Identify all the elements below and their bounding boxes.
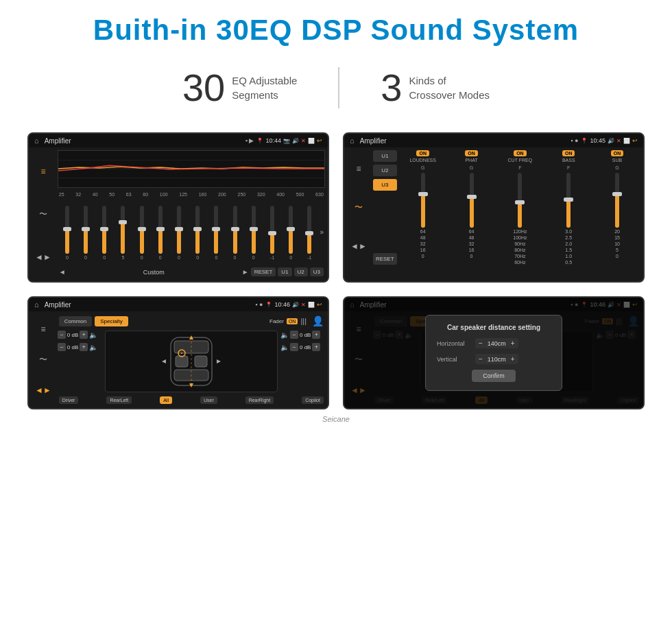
reset-btn-2[interactable]: RESET: [373, 253, 397, 265]
page-wrapper: Buith-in 30EQ DSP Sound System 30 EQ Adj…: [0, 0, 672, 644]
confirm-button[interactable]: Confirm: [472, 370, 516, 382]
play-icon-1[interactable]: ▪ ▶: [245, 137, 254, 144]
all-btn[interactable]: All: [160, 396, 172, 404]
wave-icon-2[interactable]: 〜: [352, 200, 365, 215]
speaker-main: Common Specialty Fader ON ||| 👤 −: [58, 314, 325, 405]
freq-500: 500: [296, 192, 304, 197]
svg-marker-14: [162, 359, 166, 363]
loudness-toggle[interactable]: ON: [416, 150, 429, 156]
vol-icon-1[interactable]: ◄►: [33, 250, 53, 264]
window-icon-3: ⬜: [308, 302, 315, 308]
slider-7[interactable]: [195, 206, 200, 254]
x-icon-1[interactable]: ✕: [301, 138, 306, 144]
u2-btn-1[interactable]: U2: [294, 267, 308, 276]
rearright-btn[interactable]: RearRight: [245, 396, 274, 404]
stat2: 3 Kinds ofCrossover Modes: [339, 69, 531, 107]
sub-toggle[interactable]: ON: [611, 150, 624, 156]
bass-toggle[interactable]: ON: [562, 150, 575, 156]
wave-icon-3[interactable]: 〜: [37, 352, 49, 368]
back-icon-2[interactable]: ↩: [632, 137, 638, 144]
db-minus-fr[interactable]: −: [290, 331, 298, 339]
db-plus-fl[interactable]: +: [80, 331, 88, 339]
rearleft-btn[interactable]: RearLeft: [106, 396, 132, 404]
eq-icon-3[interactable]: ≡: [38, 322, 47, 336]
vertical-minus[interactable]: −: [479, 355, 483, 363]
slider-13[interactable]: [307, 206, 311, 254]
slider-col-13: -1: [301, 206, 317, 260]
x-icon-2[interactable]: ✕: [616, 138, 621, 144]
driver-btn[interactable]: Driver: [59, 396, 79, 404]
db-val-rr: 0 dB: [300, 344, 311, 350]
slider-5[interactable]: [158, 206, 163, 254]
u1-btn-1[interactable]: U1: [278, 267, 291, 276]
slider-col-11: -1: [264, 206, 280, 260]
common-btn-3[interactable]: Common: [59, 316, 92, 326]
db-plus-rr[interactable]: +: [312, 343, 320, 351]
db-minus-rr[interactable]: −: [290, 343, 298, 351]
x-icon-3[interactable]: ✕: [301, 302, 306, 308]
rec-icon-3: ▪ ●: [255, 301, 263, 308]
db-minus-fl[interactable]: −: [58, 331, 66, 339]
vertical-plus[interactable]: +: [511, 355, 515, 363]
cutfreq-toggle[interactable]: ON: [514, 150, 527, 156]
status-icons-3: 📍 10:46 🔊 ✕ ⬜ ↩: [265, 301, 322, 308]
horizontal-plus[interactable]: +: [511, 339, 515, 347]
slider-9[interactable]: [233, 206, 237, 254]
back-icon-1[interactable]: ↩: [317, 137, 322, 144]
db-plus-rl[interactable]: +: [80, 343, 88, 351]
sub-label: SUB: [612, 158, 622, 163]
reset-btn-1[interactable]: RESET: [251, 267, 276, 276]
preset-u2[interactable]: U2: [373, 165, 397, 176]
u3-btn-1[interactable]: U3: [310, 267, 324, 276]
phat-toggle[interactable]: ON: [465, 150, 478, 156]
wave-icon-1[interactable]: 〜: [37, 206, 49, 222]
vol-icon-3[interactable]: ◄►: [33, 383, 53, 397]
bass-slider[interactable]: [545, 173, 592, 228]
vertical-row: Vertical − 110cm +: [437, 354, 551, 364]
user-btn[interactable]: User: [200, 396, 217, 404]
back-icon-3[interactable]: ↩: [317, 301, 322, 308]
scroll-right-icon[interactable]: »: [320, 228, 324, 236]
slider-2[interactable]: [102, 206, 106, 254]
phat-label: PHAT: [465, 158, 477, 163]
copilot-btn[interactable]: Copilot: [302, 396, 324, 404]
db-plus-fr[interactable]: +: [312, 331, 320, 339]
vol-icon-2[interactable]: ◄►: [348, 239, 369, 253]
slider-11[interactable]: [270, 206, 274, 254]
fader-slider-3[interactable]: |||: [300, 317, 307, 325]
slider-val-0: 0: [66, 255, 69, 260]
slider-3[interactable]: [121, 206, 125, 254]
home-icon-2[interactable]: ⌂: [350, 136, 355, 145]
horizontal-minus[interactable]: −: [479, 339, 483, 347]
cutfreq-slider[interactable]: [496, 173, 543, 228]
slider-0[interactable]: [65, 206, 69, 254]
phat-slider[interactable]: [448, 173, 495, 228]
slider-12[interactable]: [289, 206, 293, 254]
slider-10[interactable]: [252, 206, 256, 254]
home-icon-1[interactable]: ⌂: [34, 136, 39, 145]
preset-u3[interactable]: U3: [373, 179, 397, 191]
slider-col-12: 0: [283, 206, 299, 260]
db-control-fl: − 0 dB + 🔈: [58, 331, 102, 339]
freq-400: 400: [276, 192, 285, 197]
horizontal-value: 140cm: [485, 340, 509, 347]
eq-icon-1[interactable]: ≡: [38, 165, 47, 178]
prev-icon[interactable]: ◄: [59, 268, 66, 276]
preset-u1[interactable]: U1: [373, 150, 397, 162]
slider-8[interactable]: [214, 206, 218, 254]
status-title-3: Amplifier: [45, 301, 253, 309]
slider-4[interactable]: [140, 206, 144, 254]
slider-1[interactable]: [84, 206, 88, 254]
sub-slider[interactable]: [594, 173, 640, 228]
eq-icon-2[interactable]: ≡: [354, 162, 363, 176]
next-icon[interactable]: ►: [242, 268, 249, 276]
specialty-btn-3[interactable]: Specialty: [95, 316, 128, 326]
location-icon-3: 📍: [265, 302, 272, 308]
loudness-slider[interactable]: [400, 173, 446, 228]
slider-6[interactable]: [177, 206, 181, 254]
freq-32: 32: [75, 192, 81, 197]
db-minus-rl[interactable]: −: [58, 343, 66, 351]
home-icon-3[interactable]: ⌂: [34, 300, 39, 309]
statusbar-3: ⌂ Amplifier ▪ ● 📍 10:46 🔊 ✕ ⬜ ↩: [29, 298, 328, 311]
speaker-top-btns: Common Specialty Fader ON ||| 👤: [58, 314, 325, 328]
